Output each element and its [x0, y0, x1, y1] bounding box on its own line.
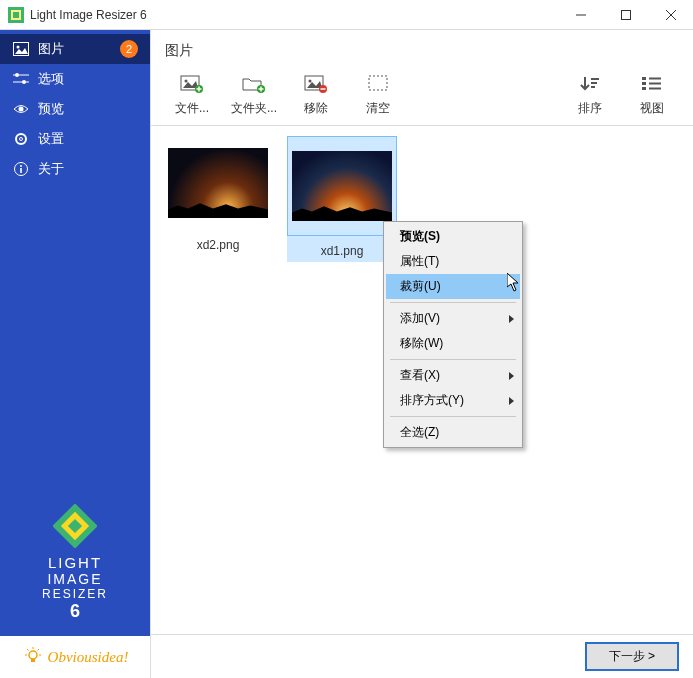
svg-line-27	[37, 649, 39, 651]
svg-point-8	[17, 46, 20, 49]
context-menu-separator	[390, 302, 516, 303]
view-icon	[621, 72, 683, 96]
cm-label: 裁剪(U)	[400, 279, 441, 293]
brand-line4: 6	[0, 601, 150, 622]
context-menu-crop[interactable]: 裁剪(U)	[386, 274, 520, 299]
cm-label: 移除(W)	[400, 336, 443, 350]
eye-icon	[12, 102, 30, 116]
svg-point-30	[185, 80, 188, 83]
context-menu-sortby[interactable]: 排序方式(Y)	[386, 388, 520, 413]
svg-point-12	[22, 80, 26, 84]
svg-rect-46	[642, 77, 646, 80]
file-add-icon	[161, 72, 223, 96]
svg-rect-18	[20, 168, 22, 173]
context-menu: 预览(S) 属性(T) 裁剪(U) 添加(V) 移除(W) 查看(X) 排序方式…	[383, 221, 523, 448]
svg-rect-48	[642, 87, 646, 90]
chevron-right-icon	[509, 372, 514, 380]
close-button[interactable]	[648, 0, 693, 30]
context-menu-add[interactable]: 添加(V)	[386, 306, 520, 331]
brand-line3: RESIZER	[0, 587, 150, 601]
svg-rect-47	[642, 82, 646, 85]
obviousidea-label: Obviousidea!	[48, 649, 129, 666]
context-menu-remove[interactable]: 移除(W)	[386, 331, 520, 356]
brand-logo-icon	[53, 504, 97, 548]
clear-icon	[347, 72, 409, 96]
svg-rect-4	[621, 10, 630, 19]
chevron-right-icon	[509, 397, 514, 405]
brand-logo-block: LIGHT IMAGE RESIZER 6	[0, 494, 150, 636]
footer-bar: 下一步 >	[151, 634, 693, 678]
tool-label: 清空	[347, 100, 409, 117]
svg-rect-41	[369, 76, 387, 90]
svg-point-17	[20, 165, 22, 167]
info-icon	[12, 161, 30, 177]
svg-rect-2	[13, 12, 19, 18]
minimize-button[interactable]	[558, 0, 603, 30]
count-badge: 2	[120, 40, 138, 58]
sidebar-item-about[interactable]: 关于	[0, 154, 150, 184]
toolbar-add-folder-button[interactable]: 文件夹...	[223, 70, 285, 117]
toolbar: 文件... 文件夹... 移除 清空 排序 视图	[151, 66, 693, 126]
tool-label: 排序	[559, 100, 621, 117]
sidebar-item-images[interactable]: 图片 2	[0, 34, 150, 64]
thumbnail-item-selected[interactable]: xd1.png	[287, 136, 397, 262]
titlebar: Light Image Resizer 6	[0, 0, 693, 30]
toolbar-add-file-button[interactable]: 文件...	[161, 70, 223, 117]
sidebar-item-label: 关于	[38, 160, 64, 178]
context-menu-properties[interactable]: 属性(T)	[386, 249, 520, 274]
window-title: Light Image Resizer 6	[30, 8, 558, 22]
cm-label: 全选(Z)	[400, 425, 439, 439]
main-panel: 图片 文件... 文件夹... 移除 清空 排序	[150, 30, 693, 678]
cm-label: 添加(V)	[400, 311, 440, 325]
thumbnails-area[interactable]: xd2.png xd1.png 预览(S) 属性(T) 裁剪(U) 添加(V) …	[151, 126, 693, 634]
context-menu-selectall[interactable]: 全选(Z)	[386, 420, 520, 445]
sidebar-item-label: 设置	[38, 130, 64, 148]
remove-icon	[285, 72, 347, 96]
chevron-right-icon	[509, 315, 514, 323]
thumbnail-label: xd2.png	[163, 230, 273, 256]
thumbnail-label: xd1.png	[287, 236, 397, 262]
sidebar-item-settings[interactable]: 设置	[0, 124, 150, 154]
tool-label: 文件夹...	[223, 100, 285, 117]
svg-point-13	[19, 107, 24, 112]
toolbar-clear-button[interactable]: 清空	[347, 70, 409, 117]
svg-point-15	[20, 138, 23, 141]
context-menu-view[interactable]: 查看(X)	[386, 363, 520, 388]
thumbnail-item[interactable]: xd2.png	[163, 136, 273, 256]
toolbar-view-button[interactable]: 视图	[621, 70, 683, 117]
cm-label: 属性(T)	[400, 254, 439, 268]
cm-label: 查看(X)	[400, 368, 440, 382]
toolbar-sort-button[interactable]: 排序	[559, 70, 621, 117]
obviousidea-link[interactable]: Obviousidea!	[0, 636, 150, 678]
brand-line2: IMAGE	[0, 571, 150, 587]
sidebar: 图片 2 选项 预览 设置 关于	[0, 30, 150, 678]
svg-rect-28	[31, 659, 35, 662]
brand-line1: LIGHT	[0, 554, 150, 571]
cm-label: 排序方式(Y)	[400, 393, 464, 407]
context-menu-separator	[390, 416, 516, 417]
sidebar-item-label: 预览	[38, 100, 64, 118]
tool-label: 移除	[285, 100, 347, 117]
sliders-icon	[12, 72, 30, 86]
sidebar-item-label: 选项	[38, 70, 64, 88]
cm-label: 预览(S)	[400, 229, 440, 243]
sort-icon	[559, 72, 621, 96]
context-menu-separator	[390, 359, 516, 360]
tool-label: 文件...	[161, 100, 223, 117]
svg-point-10	[15, 73, 19, 77]
page-title: 图片	[151, 30, 693, 66]
svg-point-38	[309, 80, 312, 83]
svg-point-22	[29, 651, 37, 659]
image-icon	[12, 42, 30, 56]
app-icon	[8, 7, 24, 23]
svg-line-26	[27, 649, 29, 651]
sidebar-item-options[interactable]: 选项	[0, 64, 150, 94]
maximize-button[interactable]	[603, 0, 648, 30]
next-button[interactable]: 下一步 >	[585, 642, 679, 671]
context-menu-preview[interactable]: 预览(S)	[386, 224, 520, 249]
tool-label: 视图	[621, 100, 683, 117]
sidebar-item-preview[interactable]: 预览	[0, 94, 150, 124]
folder-add-icon	[223, 72, 285, 96]
sidebar-item-label: 图片	[38, 40, 64, 58]
toolbar-remove-button[interactable]: 移除	[285, 70, 347, 117]
